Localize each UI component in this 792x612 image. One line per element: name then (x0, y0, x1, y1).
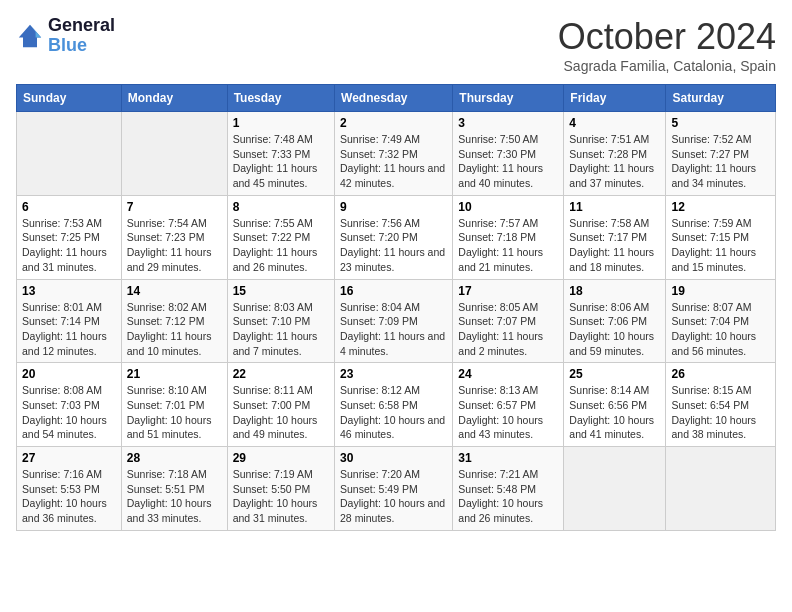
day-info: Sunrise: 7:18 AMSunset: 5:51 PMDaylight:… (127, 467, 222, 526)
location-subtitle: Sagrada Familia, Catalonia, Spain (558, 58, 776, 74)
day-number: 4 (569, 116, 660, 130)
day-number: 27 (22, 451, 116, 465)
day-number: 31 (458, 451, 558, 465)
day-info: Sunrise: 8:02 AMSunset: 7:12 PMDaylight:… (127, 300, 222, 359)
day-info: Sunrise: 8:05 AMSunset: 7:07 PMDaylight:… (458, 300, 558, 359)
day-number: 11 (569, 200, 660, 214)
day-info: Sunrise: 8:03 AMSunset: 7:10 PMDaylight:… (233, 300, 329, 359)
calendar-cell: 18Sunrise: 8:06 AMSunset: 7:06 PMDayligh… (564, 279, 666, 363)
day-info: Sunrise: 7:54 AMSunset: 7:23 PMDaylight:… (127, 216, 222, 275)
day-number: 25 (569, 367, 660, 381)
days-row: SundayMondayTuesdayWednesdayThursdayFrid… (17, 85, 776, 112)
day-info: Sunrise: 8:07 AMSunset: 7:04 PMDaylight:… (671, 300, 770, 359)
day-number: 9 (340, 200, 447, 214)
day-info: Sunrise: 7:58 AMSunset: 7:17 PMDaylight:… (569, 216, 660, 275)
day-number: 8 (233, 200, 329, 214)
day-info: Sunrise: 7:53 AMSunset: 7:25 PMDaylight:… (22, 216, 116, 275)
calendar-cell: 29Sunrise: 7:19 AMSunset: 5:50 PMDayligh… (227, 447, 334, 531)
calendar-week-2: 6Sunrise: 7:53 AMSunset: 7:25 PMDaylight… (17, 195, 776, 279)
day-info: Sunrise: 8:08 AMSunset: 7:03 PMDaylight:… (22, 383, 116, 442)
day-header-saturday: Saturday (666, 85, 776, 112)
calendar-cell: 13Sunrise: 8:01 AMSunset: 7:14 PMDayligh… (17, 279, 122, 363)
calendar-table: SundayMondayTuesdayWednesdayThursdayFrid… (16, 84, 776, 531)
day-number: 2 (340, 116, 447, 130)
calendar-cell: 11Sunrise: 7:58 AMSunset: 7:17 PMDayligh… (564, 195, 666, 279)
calendar-cell: 12Sunrise: 7:59 AMSunset: 7:15 PMDayligh… (666, 195, 776, 279)
calendar-cell (666, 447, 776, 531)
day-number: 26 (671, 367, 770, 381)
day-number: 1 (233, 116, 329, 130)
day-number: 30 (340, 451, 447, 465)
day-number: 14 (127, 284, 222, 298)
day-info: Sunrise: 8:15 AMSunset: 6:54 PMDaylight:… (671, 383, 770, 442)
calendar-cell: 30Sunrise: 7:20 AMSunset: 5:49 PMDayligh… (335, 447, 453, 531)
calendar-cell (121, 112, 227, 196)
day-info: Sunrise: 7:57 AMSunset: 7:18 PMDaylight:… (458, 216, 558, 275)
day-number: 24 (458, 367, 558, 381)
calendar-cell: 22Sunrise: 8:11 AMSunset: 7:00 PMDayligh… (227, 363, 334, 447)
day-number: 13 (22, 284, 116, 298)
day-info: Sunrise: 7:20 AMSunset: 5:49 PMDaylight:… (340, 467, 447, 526)
calendar-cell: 19Sunrise: 8:07 AMSunset: 7:04 PMDayligh… (666, 279, 776, 363)
calendar-cell: 31Sunrise: 7:21 AMSunset: 5:48 PMDayligh… (453, 447, 564, 531)
day-number: 28 (127, 451, 222, 465)
day-info: Sunrise: 7:16 AMSunset: 5:53 PMDaylight:… (22, 467, 116, 526)
calendar-cell: 14Sunrise: 8:02 AMSunset: 7:12 PMDayligh… (121, 279, 227, 363)
day-info: Sunrise: 8:11 AMSunset: 7:00 PMDaylight:… (233, 383, 329, 442)
day-info: Sunrise: 8:14 AMSunset: 6:56 PMDaylight:… (569, 383, 660, 442)
calendar-cell: 3Sunrise: 7:50 AMSunset: 7:30 PMDaylight… (453, 112, 564, 196)
day-header-thursday: Thursday (453, 85, 564, 112)
calendar-cell: 15Sunrise: 8:03 AMSunset: 7:10 PMDayligh… (227, 279, 334, 363)
day-number: 6 (22, 200, 116, 214)
day-header-monday: Monday (121, 85, 227, 112)
day-info: Sunrise: 7:59 AMSunset: 7:15 PMDaylight:… (671, 216, 770, 275)
calendar-cell: 17Sunrise: 8:05 AMSunset: 7:07 PMDayligh… (453, 279, 564, 363)
day-number: 12 (671, 200, 770, 214)
calendar-week-1: 1Sunrise: 7:48 AMSunset: 7:33 PMDaylight… (17, 112, 776, 196)
calendar-cell: 24Sunrise: 8:13 AMSunset: 6:57 PMDayligh… (453, 363, 564, 447)
calendar-cell: 10Sunrise: 7:57 AMSunset: 7:18 PMDayligh… (453, 195, 564, 279)
day-header-sunday: Sunday (17, 85, 122, 112)
day-info: Sunrise: 8:01 AMSunset: 7:14 PMDaylight:… (22, 300, 116, 359)
title-block: October 2024 Sagrada Familia, Catalonia,… (558, 16, 776, 74)
calendar-week-3: 13Sunrise: 8:01 AMSunset: 7:14 PMDayligh… (17, 279, 776, 363)
day-info: Sunrise: 8:12 AMSunset: 6:58 PMDaylight:… (340, 383, 447, 442)
day-number: 29 (233, 451, 329, 465)
day-number: 3 (458, 116, 558, 130)
logo: General Blue (16, 16, 115, 56)
calendar-cell: 5Sunrise: 7:52 AMSunset: 7:27 PMDaylight… (666, 112, 776, 196)
day-number: 15 (233, 284, 329, 298)
calendar-cell (17, 112, 122, 196)
day-info: Sunrise: 7:21 AMSunset: 5:48 PMDaylight:… (458, 467, 558, 526)
day-number: 22 (233, 367, 329, 381)
day-info: Sunrise: 7:48 AMSunset: 7:33 PMDaylight:… (233, 132, 329, 191)
day-info: Sunrise: 7:49 AMSunset: 7:32 PMDaylight:… (340, 132, 447, 191)
day-header-wednesday: Wednesday (335, 85, 453, 112)
day-number: 20 (22, 367, 116, 381)
day-info: Sunrise: 8:04 AMSunset: 7:09 PMDaylight:… (340, 300, 447, 359)
day-info: Sunrise: 7:50 AMSunset: 7:30 PMDaylight:… (458, 132, 558, 191)
calendar-cell: 9Sunrise: 7:56 AMSunset: 7:20 PMDaylight… (335, 195, 453, 279)
calendar-cell: 1Sunrise: 7:48 AMSunset: 7:33 PMDaylight… (227, 112, 334, 196)
calendar-cell: 2Sunrise: 7:49 AMSunset: 7:32 PMDaylight… (335, 112, 453, 196)
day-number: 5 (671, 116, 770, 130)
day-info: Sunrise: 7:51 AMSunset: 7:28 PMDaylight:… (569, 132, 660, 191)
calendar-cell: 20Sunrise: 8:08 AMSunset: 7:03 PMDayligh… (17, 363, 122, 447)
day-number: 21 (127, 367, 222, 381)
day-info: Sunrise: 7:55 AMSunset: 7:22 PMDaylight:… (233, 216, 329, 275)
logo-icon (16, 22, 44, 50)
day-number: 17 (458, 284, 558, 298)
calendar-cell: 21Sunrise: 8:10 AMSunset: 7:01 PMDayligh… (121, 363, 227, 447)
calendar-cell: 28Sunrise: 7:18 AMSunset: 5:51 PMDayligh… (121, 447, 227, 531)
day-info: Sunrise: 7:19 AMSunset: 5:50 PMDaylight:… (233, 467, 329, 526)
day-info: Sunrise: 8:10 AMSunset: 7:01 PMDaylight:… (127, 383, 222, 442)
logo-text: General Blue (48, 16, 115, 56)
calendar-header: SundayMondayTuesdayWednesdayThursdayFrid… (17, 85, 776, 112)
day-number: 10 (458, 200, 558, 214)
calendar-cell: 27Sunrise: 7:16 AMSunset: 5:53 PMDayligh… (17, 447, 122, 531)
calendar-cell: 4Sunrise: 7:51 AMSunset: 7:28 PMDaylight… (564, 112, 666, 196)
calendar-week-5: 27Sunrise: 7:16 AMSunset: 5:53 PMDayligh… (17, 447, 776, 531)
calendar-cell: 26Sunrise: 8:15 AMSunset: 6:54 PMDayligh… (666, 363, 776, 447)
calendar-cell: 16Sunrise: 8:04 AMSunset: 7:09 PMDayligh… (335, 279, 453, 363)
calendar-week-4: 20Sunrise: 8:08 AMSunset: 7:03 PMDayligh… (17, 363, 776, 447)
